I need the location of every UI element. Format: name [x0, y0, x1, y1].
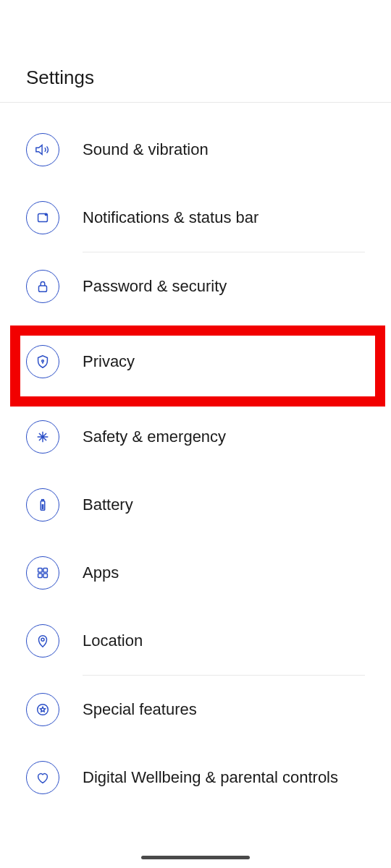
- item-label: Apps: [83, 563, 119, 582]
- emergency-icon: [26, 420, 59, 454]
- settings-item-location[interactable]: Location: [0, 607, 391, 675]
- settings-list: Sound & vibration Notifications & status…: [0, 103, 391, 812]
- settings-item-notifications[interactable]: Notifications & status bar: [0, 184, 391, 252]
- item-label: Location: [83, 631, 143, 650]
- apps-grid-icon: [26, 556, 59, 590]
- svg-rect-5: [42, 500, 44, 501]
- item-label: Battery: [83, 495, 133, 514]
- item-label: Password & security: [83, 277, 227, 296]
- settings-item-sound[interactable]: Sound & vibration: [0, 116, 391, 184]
- item-label: Privacy: [83, 352, 135, 371]
- settings-item-apps[interactable]: Apps: [0, 539, 391, 607]
- settings-item-battery[interactable]: Battery: [0, 471, 391, 539]
- battery-icon: [26, 488, 59, 522]
- item-label: Special features: [83, 700, 197, 719]
- svg-rect-2: [39, 286, 47, 292]
- svg-rect-8: [43, 569, 47, 573]
- item-label: Digital Wellbeing & parental controls: [83, 768, 338, 787]
- item-label: Sound & vibration: [83, 140, 209, 159]
- settings-item-wellbeing[interactable]: Digital Wellbeing & parental controls: [0, 744, 391, 812]
- settings-item-password[interactable]: Password & security: [0, 252, 391, 320]
- settings-item-privacy[interactable]: Privacy: [0, 320, 391, 403]
- notification-icon: [26, 201, 59, 234]
- svg-point-1: [45, 213, 48, 216]
- page-title: Settings: [26, 67, 365, 89]
- volume-icon: [26, 133, 59, 166]
- location-pin-icon: [26, 624, 59, 658]
- svg-rect-9: [38, 574, 43, 578]
- settings-header: Settings: [0, 0, 391, 103]
- privacy-shield-icon: [26, 345, 59, 378]
- lock-icon: [26, 270, 59, 303]
- settings-item-special[interactable]: Special features: [0, 676, 391, 744]
- svg-rect-7: [38, 569, 43, 573]
- star-circle-icon: [26, 693, 59, 726]
- item-label: Notifications & status bar: [83, 208, 258, 227]
- settings-item-safety[interactable]: Safety & emergency: [0, 403, 391, 471]
- heart-icon: [26, 761, 59, 794]
- nav-handle[interactable]: [141, 856, 250, 859]
- item-label: Safety & emergency: [83, 427, 226, 446]
- svg-rect-6: [42, 504, 44, 509]
- svg-rect-10: [43, 574, 47, 578]
- svg-point-11: [41, 638, 44, 641]
